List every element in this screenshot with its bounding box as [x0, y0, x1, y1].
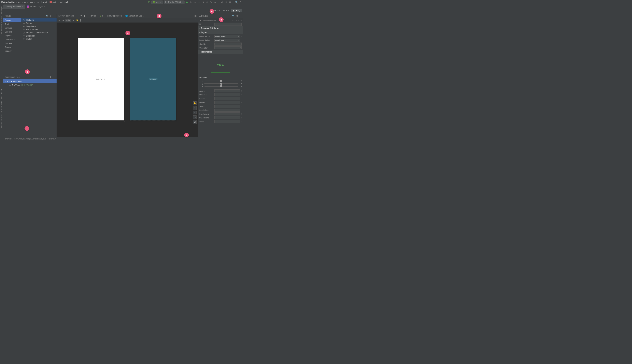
hello-world-text[interactable]: Hello World!	[96, 78, 105, 80]
build-icon[interactable]	[148, 1, 150, 4]
palette-cat-widgets[interactable]: Widgets	[3, 30, 21, 34]
attr-search-icon[interactable]: 🔍	[232, 15, 235, 17]
debug-icon[interactable]: ⌖	[198, 1, 200, 4]
attr-id-input[interactable]	[214, 23, 242, 26]
translationx-input[interactable]	[214, 108, 240, 112]
tree-settings-icon[interactable]: ⚙	[50, 76, 52, 78]
attr-link-icon[interactable]: ⎘	[241, 36, 242, 37]
zoom-out-button[interactable]: −	[193, 111, 196, 114]
sync-icon[interactable]: ⇄	[220, 1, 224, 4]
resize-handle-icon[interactable]: ◿	[124, 120, 125, 122]
status-leaf[interactable]: TextView	[48, 138, 56, 140]
palette-item-switch[interactable]: ⊙Switch	[21, 37, 56, 40]
locale-dropdown[interactable]: 🌐Default (en-us)	[125, 15, 144, 17]
palette-cat-buttons[interactable]: Buttons	[3, 26, 21, 30]
night-icon[interactable]: ◐	[84, 15, 86, 17]
scaley-input[interactable]	[214, 105, 240, 108]
stop-icon[interactable]: ■	[214, 1, 216, 4]
rotationx-input[interactable]	[214, 93, 240, 96]
palette-item-scrollview[interactable]: ▭ScrollView	[21, 34, 56, 37]
sidebar-resource-manager[interactable]: Resource Manager	[0, 15, 3, 35]
zoom-full-button[interactable]: ▣	[193, 120, 196, 124]
alpha-input[interactable]	[214, 120, 240, 123]
warnings-icon[interactable]: ⬤	[194, 15, 196, 17]
tab-options-icon[interactable]: ⋮	[240, 5, 242, 8]
layout-height-dropdown[interactable]: match_parent	[214, 39, 240, 42]
device-type-dropdown[interactable]: ▯Pixel	[90, 15, 98, 17]
palette-item-button[interactable]: ▭Button	[21, 22, 56, 25]
palette-cat-layouts[interactable]: Layouts	[3, 34, 21, 38]
avd-icon[interactable]: ▯	[224, 1, 228, 4]
pan-button[interactable]: ✋	[193, 102, 196, 105]
run-icon[interactable]: ▶	[186, 1, 188, 4]
breadcrumb-app[interactable]: app	[18, 1, 21, 3]
tree-textview[interactable]: Ab TextView "Hello World!"	[3, 83, 56, 87]
design-view-button[interactable]: ▣Design	[231, 9, 242, 12]
palette-item-recyclerview[interactable]: ≣RecyclerView	[21, 28, 56, 31]
sidebar-bookmarks[interactable]: Bookmarks	[0, 100, 3, 114]
sdk-icon[interactable]: ⬓	[228, 1, 232, 4]
apply-changes-icon[interactable]: ≡	[194, 1, 196, 4]
tree-constraintlayout[interactable]: ↳ ConstraintLayout	[3, 80, 56, 83]
tree-minimize-icon[interactable]: —	[53, 76, 55, 78]
split-view-button[interactable]: ≣Split	[222, 9, 230, 12]
breadcrumb-res[interactable]: res	[36, 1, 39, 3]
attr-settings-icon[interactable]: ⚙	[236, 15, 238, 17]
rotation-x-slider[interactable]: x0	[198, 80, 243, 82]
help-icon[interactable]: ?	[195, 19, 196, 22]
rotation-y-slider[interactable]: y0	[198, 82, 243, 85]
palette-cat-google[interactable]: Google	[3, 45, 21, 49]
breadcrumb-src[interactable]: src	[24, 1, 26, 3]
palette-cat-helpers[interactable]: Helpers	[3, 41, 21, 45]
device-dropdown[interactable]: Pixel 4 API 30 ▼	[164, 0, 184, 4]
guidelines-icon[interactable]: ⎮	[80, 19, 81, 22]
layout-file-dropdown[interactable]: activity_main.xml	[58, 15, 76, 17]
palette-item-textview[interactable]: AbTextView	[21, 18, 56, 22]
close-tab-icon[interactable]: ×	[44, 6, 45, 8]
surface-icon[interactable]: ◆	[77, 15, 79, 17]
attr-layout-section[interactable]: Layout	[198, 30, 243, 34]
visibility-dropdown[interactable]	[214, 42, 242, 46]
attach-icon[interactable]: ⇲	[210, 1, 212, 4]
infer-constraints-icon[interactable]: ✨	[76, 19, 78, 22]
orientation-icon[interactable]: ⟳	[80, 15, 82, 17]
zoom-in-button[interactable]: +	[193, 106, 196, 110]
palette-search-icon[interactable]: 🔍	[46, 15, 48, 17]
scalex-input[interactable]	[214, 101, 240, 104]
magnet-icon[interactable]: ⊘	[62, 19, 64, 22]
palette-minimize-icon[interactable]: —	[53, 15, 55, 17]
add-attr-icon[interactable]: +	[238, 27, 239, 29]
settings-icon[interactable]: ⚙	[239, 1, 242, 4]
tab-activity-main-xml[interactable]: activity_main.xml ×	[3, 4, 25, 9]
theme-dropdown[interactable]: ◎MyApplication	[107, 15, 124, 17]
api-dropdown[interactable]: ▲T	[99, 15, 105, 17]
palette-cat-common[interactable]: Common	[3, 18, 21, 22]
breadcrumb-layout[interactable]: layout	[42, 1, 47, 3]
layout-width-dropdown[interactable]: match_parent	[214, 35, 240, 38]
palette-settings-icon[interactable]: ⚙	[50, 15, 52, 17]
status-path[interactable]: androidx.constraintlayout.widget.Constra…	[5, 138, 46, 140]
search-everywhere-icon[interactable]: 🔍	[235, 1, 238, 4]
sidebar-structure[interactable]: Structure	[0, 88, 3, 100]
attr-declared-section[interactable]: Declared Attributes +−	[198, 26, 243, 30]
blueprint-surface[interactable]: TextView	[130, 38, 176, 120]
blueprint-textview[interactable]: TextView	[149, 78, 157, 80]
rerun-icon[interactable]: ⟳	[190, 1, 192, 4]
translationz-input[interactable]	[214, 116, 240, 119]
close-tab-icon[interactable]: ×	[22, 6, 23, 8]
sidebar-build-variants[interactable]: Build Variants	[0, 114, 3, 129]
rotation-input[interactable]	[214, 90, 240, 92]
zoom-fit-button[interactable]: 1:1	[193, 116, 196, 119]
palette-item-fragmentcontainerview[interactable]: ▢FragmentContainerView	[21, 31, 56, 34]
palette-cat-legacy[interactable]: Legacy	[3, 49, 21, 53]
design-surface[interactable]: Hello World! ◿	[78, 38, 124, 120]
palette-cat-containers[interactable]: Containers	[3, 38, 21, 41]
run-config-dropdown[interactable]: app ▼	[151, 0, 163, 4]
rotation-z-slider[interactable]: z0	[198, 85, 243, 88]
translationy-input[interactable]	[214, 112, 240, 116]
attr-minimize-icon[interactable]: —	[240, 15, 242, 17]
eye-icon[interactable]: 👁	[58, 19, 60, 22]
palette-item-imageview[interactable]: ▣ImageView	[21, 25, 56, 28]
attr-transforms-section[interactable]: Transforms	[198, 50, 243, 54]
palette-cat-text[interactable]: Text	[3, 22, 21, 26]
